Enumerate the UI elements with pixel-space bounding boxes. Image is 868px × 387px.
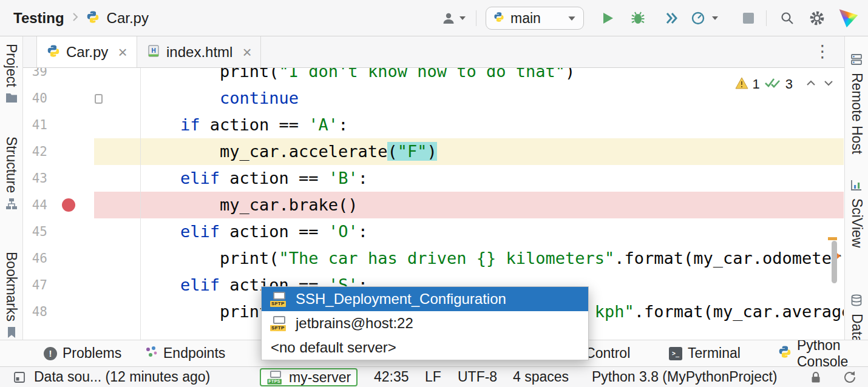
gutter-marker-icon[interactable] — [95, 94, 103, 104]
bookmarks-label: Bookmarks — [3, 252, 19, 321]
code-line[interactable]: 39 print("I don't know how to do that") — [23, 68, 844, 85]
sftp-server-icon: SFTP — [270, 291, 288, 307]
line-number: 47 — [32, 272, 47, 298]
status-message[interactable]: Data sou... (12 minutes ago) — [34, 367, 210, 387]
remote-host-label: Remote Host — [849, 73, 865, 154]
toolwindow-terminal[interactable]: >_ Terminal — [669, 340, 741, 366]
python-interpreter[interactable]: Python 3.8 (MyPythonProject) — [592, 367, 778, 387]
python-console-label: Python Console — [797, 340, 868, 366]
close-icon[interactable]: × — [118, 44, 127, 60]
stop-button[interactable] — [743, 13, 754, 24]
sidebar-item-project[interactable]: Project — [0, 44, 22, 106]
chevron-down-icon[interactable] — [711, 16, 719, 21]
project-label: Project — [3, 44, 19, 87]
tab-index-html[interactable]: H index.html × — [137, 36, 261, 67]
code-line[interactable]: 44 my_car.brake() — [23, 192, 844, 218]
sidebar-item-database[interactable]: Database — [845, 294, 868, 340]
breadcrumb: Testing Car.py — [13, 0, 149, 36]
gear-icon[interactable] — [809, 10, 826, 27]
gutter-number-zone[interactable]: 39 — [23, 68, 94, 85]
previous-issue-chevron-up-icon[interactable] — [804, 76, 818, 92]
terminal-icon: >_ — [669, 347, 682, 360]
popup-item-jetbrains-host[interactable]: SFTP jetbrains@host:22 — [262, 311, 588, 335]
next-issue-chevron-down-icon[interactable] — [822, 76, 835, 92]
run-button[interactable] — [600, 10, 615, 26]
default-server-widget[interactable]: FTPS my-server — [260, 368, 358, 386]
python-console-icon — [778, 345, 792, 362]
line-number: 40 — [32, 85, 47, 112]
gutter-marker-zone — [94, 272, 141, 298]
run-with-coverage-button[interactable] — [664, 11, 679, 25]
chevron-down-icon[interactable] — [459, 16, 466, 21]
pycharm-logo-icon[interactable] — [839, 8, 858, 28]
gutter-number-zone[interactable]: 40 — [23, 85, 94, 112]
gutter-number-zone[interactable]: 42 — [23, 138, 94, 165]
code-line[interactable]: 45 elif action == 'O': — [23, 218, 844, 245]
line-number: 41 — [32, 112, 47, 138]
line-number: 43 — [32, 165, 47, 192]
gutter-number-zone[interactable]: 43 — [23, 165, 94, 192]
search-icon[interactable] — [779, 10, 795, 26]
debug-button[interactable] — [630, 10, 646, 25]
file-encoding[interactable]: UTF-8 — [458, 367, 497, 387]
tab-car-py[interactable]: Car.py × — [36, 36, 137, 67]
run-configuration-label: main — [510, 10, 541, 27]
inspections-widget[interactable]: 1 3 — [735, 76, 836, 92]
sciview-icon — [850, 179, 863, 194]
line-separator[interactable]: LF — [425, 367, 441, 387]
toolwindow-python-console[interactable]: Python Console — [778, 340, 868, 366]
sidebar-item-bookmarks[interactable]: Bookmarks — [0, 252, 22, 340]
line-number: 42 — [32, 138, 47, 165]
gutter-marker-zone — [94, 192, 141, 218]
popup-item-no-default-server[interactable]: <no default server> — [262, 335, 588, 360]
code-line[interactable]: 43 elif action == 'B': — [23, 165, 844, 192]
problems-icon: ! — [44, 347, 57, 360]
breadcrumb-file[interactable]: Car.py — [107, 10, 149, 27]
terminal-label: Terminal — [688, 345, 741, 362]
code-text[interactable]: elif action == 'O': — [141, 218, 844, 245]
more-options-kebab-icon[interactable]: ⋮ — [814, 41, 831, 61]
sidebar-item-structure[interactable]: Structure — [0, 136, 22, 212]
gutter-number-zone[interactable]: 44 — [23, 192, 94, 218]
sidebar-item-sciview[interactable]: SciView — [845, 179, 868, 247]
run-configuration-selector[interactable]: main — [486, 7, 584, 30]
code-text[interactable]: print("The car has driven {} kilometers"… — [141, 245, 844, 272]
popup-item-ssh-deployment-configuration[interactable]: SFTP SSH_Deployment_Configuration — [262, 287, 588, 311]
code-line[interactable]: 41 if action == 'A': — [23, 112, 844, 138]
code-line[interactable]: 40 continue — [23, 85, 844, 112]
caret-position[interactable]: 42:35 — [374, 367, 409, 387]
code-text[interactable]: my_car.accelerate("F") — [141, 138, 844, 165]
gutter-marker-zone — [94, 112, 141, 138]
breakpoint-icon[interactable] — [62, 198, 75, 212]
toolwindow-endpoints[interactable]: Endpoints — [144, 340, 225, 366]
code-text[interactable]: my_car.brake() — [141, 192, 844, 218]
editor-scrollbar[interactable] — [832, 241, 837, 283]
code-text[interactable]: if action == 'A': — [141, 112, 844, 138]
gutter-marker-zone — [94, 68, 141, 85]
chevron-down-icon — [568, 13, 576, 24]
gutter-number-zone[interactable]: 45 — [23, 218, 94, 245]
folder-icon — [5, 92, 18, 106]
profiler-button[interactable] — [691, 11, 705, 25]
structure-icon — [5, 198, 18, 212]
gutter-number-zone[interactable]: 47 — [23, 272, 94, 298]
indent-style[interactable]: 4 spaces — [513, 367, 569, 387]
code-text[interactable]: elif action == 'B': — [141, 165, 844, 192]
breadcrumb-project[interactable]: Testing — [13, 10, 64, 27]
collaboration-user-icon[interactable] — [441, 10, 456, 26]
sidebar-item-remote-host[interactable]: Remote Host — [845, 53, 868, 154]
database-icon — [850, 294, 863, 309]
sync-icon[interactable] — [843, 367, 857, 387]
code-line[interactable]: 46 print("The car has driven {} kilomete… — [23, 245, 844, 272]
gutter-marker-zone — [94, 138, 141, 165]
toolwindow-problems[interactable]: ! Problems — [44, 340, 121, 366]
close-icon[interactable]: × — [242, 44, 251, 60]
python-file-icon — [86, 10, 100, 26]
gutter-number-zone[interactable]: 41 — [23, 112, 94, 138]
code-line[interactable]: 42 my_car.accelerate("F") — [23, 138, 844, 165]
tool-window-toggle-icon[interactable] — [13, 367, 25, 387]
toolbar-separator — [476, 10, 476, 26]
gutter-number-zone[interactable]: 48 — [23, 298, 94, 325]
gutter-number-zone[interactable]: 46 — [23, 245, 94, 272]
lock-icon[interactable] — [810, 367, 822, 387]
